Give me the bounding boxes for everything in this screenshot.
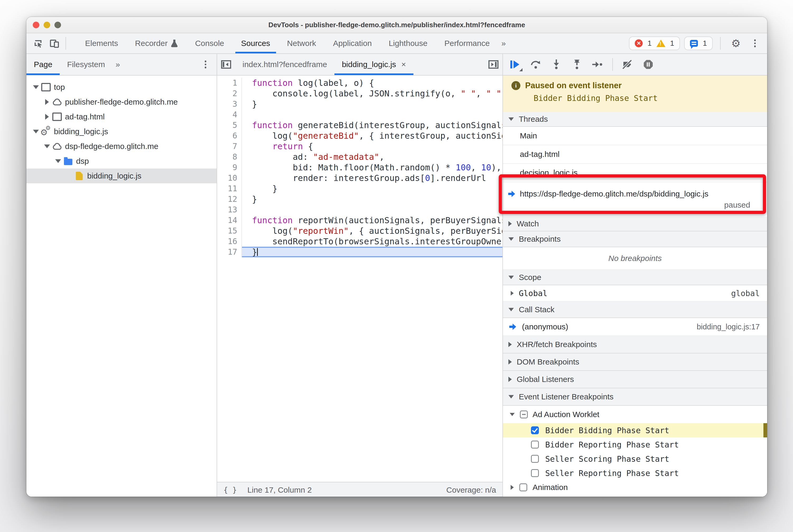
resume-script-button[interactable]: [509, 59, 521, 70]
unchecked-checkbox[interactable]: [531, 469, 539, 477]
tree-item-top[interactable]: top: [26, 80, 216, 95]
section-dom-breakpoints[interactable]: DOM Breakpoints: [503, 354, 767, 371]
toolbar-right: ✕ 1 1 1 ⚙: [629, 35, 762, 51]
unchecked-checkbox[interactable]: [531, 441, 539, 449]
section-threads[interactable]: Threads: [503, 112, 767, 127]
pause-on-exceptions-button[interactable]: [642, 59, 654, 70]
more-panels-chevron-icon[interactable]: »: [498, 39, 509, 48]
tree-item-worklet[interactable]: ⚙⚙ bidding_logic.js: [26, 124, 216, 139]
step-out-button[interactable]: [571, 59, 583, 70]
tree-item-dsp-folder[interactable]: dsp: [26, 154, 216, 169]
call-stack-frame[interactable]: (anonymous) bidding_logic.js:17: [503, 318, 767, 336]
checked-checkbox[interactable]: [531, 426, 539, 434]
minimize-window-button[interactable]: [43, 22, 50, 28]
line-number[interactable]: 3: [217, 99, 237, 109]
tab-sources[interactable]: Sources: [233, 33, 279, 53]
tab-filesystem[interactable]: Filesystem: [60, 54, 112, 75]
tab-recorder[interactable]: Recorder: [127, 33, 187, 53]
line-number[interactable]: 10: [217, 173, 237, 183]
thread-item-active[interactable]: https://dsp-fledge-demo.glitch.me/dsp/bi…: [503, 182, 767, 216]
unchecked-checkbox[interactable]: [519, 483, 527, 491]
tab-page[interactable]: Page: [26, 54, 60, 75]
line-number[interactable]: 5: [217, 120, 237, 131]
expand-arrow-icon[interactable]: [32, 85, 40, 89]
thread-item[interactable]: decision_logic.js: [503, 164, 767, 182]
zoom-window-button[interactable]: [54, 22, 61, 28]
section-global-listeners[interactable]: Global Listeners: [503, 371, 767, 388]
thread-item[interactable]: ad-tag.html: [503, 145, 767, 164]
unchecked-checkbox[interactable]: [531, 455, 539, 463]
deactivate-breakpoints-button[interactable]: [622, 59, 634, 70]
thread-item[interactable]: Main: [503, 127, 767, 145]
navigator-menu-icon[interactable]: [199, 60, 212, 68]
expand-arrow-icon[interactable]: [43, 99, 51, 105]
pretty-print-button[interactable]: { }: [224, 486, 237, 494]
section-scope[interactable]: Scope: [503, 270, 767, 285]
indeterminate-checkbox[interactable]: [520, 411, 528, 418]
device-toolbar-icon[interactable]: [46, 35, 62, 51]
tree-item-publisher-origin[interactable]: publisher-fledge-demo.glitch.me: [26, 95, 216, 109]
elb-category[interactable]: Animation: [503, 480, 767, 494]
line-number[interactable]: 12: [217, 194, 237, 205]
line-number[interactable]: 14: [217, 215, 237, 226]
line-number[interactable]: 16: [217, 236, 237, 247]
elb-item[interactable]: Seller Reporting Phase Start: [503, 466, 767, 480]
customize-menu-icon[interactable]: [748, 39, 762, 47]
hide-navigator-icon[interactable]: [217, 54, 235, 75]
expand-arrow-icon[interactable]: [43, 114, 51, 120]
tab-console[interactable]: Console: [187, 33, 232, 53]
elb-item[interactable]: Seller Scoring Phase Start: [503, 452, 767, 466]
tree-item-bidding-logic-file[interactable]: bidding_logic.js: [26, 169, 216, 183]
section-call-stack[interactable]: Call Stack: [503, 302, 767, 318]
line-number[interactable]: 9: [217, 162, 237, 173]
line-number[interactable]: 8: [217, 152, 237, 162]
section-event-listener-breakpoints[interactable]: Event Listener Breakpoints: [503, 388, 767, 406]
elb-group-ad-auction-worklet[interactable]: Ad Auction Worklet: [503, 406, 767, 423]
section-watch[interactable]: Watch: [503, 216, 767, 231]
tree-item-dsp-origin[interactable]: dsp-fledge-demo.glitch.me: [26, 139, 216, 154]
step-over-button[interactable]: [530, 59, 542, 70]
section-breakpoints[interactable]: Breakpoints: [503, 231, 767, 247]
elb-category[interactable]: Canvas: [503, 494, 767, 497]
line-number[interactable]: 15: [217, 226, 237, 236]
line-number[interactable]: 2: [217, 88, 237, 99]
elb-item[interactable]: Bidder Bidding Phase Start: [503, 423, 767, 437]
code-text: render: interestGroup.ads[0].renderUrl: [252, 173, 503, 183]
step-into-button[interactable]: [550, 59, 562, 70]
line-number[interactable]: 13: [217, 205, 237, 215]
tab-performance[interactable]: Performance: [436, 33, 498, 53]
line-number[interactable]: 17: [217, 247, 237, 257]
line-number[interactable]: 11: [217, 183, 237, 194]
line-number[interactable]: 4: [217, 109, 237, 120]
line-number[interactable]: 1: [217, 78, 237, 88]
more-navigator-tabs-icon[interactable]: »: [112, 60, 123, 69]
step-button[interactable]: [592, 59, 603, 70]
editor-tab-strip: index.html?fencedframe bidding_logic.js …: [217, 54, 503, 76]
inspect-element-icon[interactable]: [31, 35, 46, 51]
scope-item-global[interactable]: Global global: [503, 285, 767, 302]
code-line: 17}: [217, 247, 503, 257]
line-number[interactable]: 7: [217, 141, 237, 152]
settings-gear-icon[interactable]: ⚙: [728, 35, 744, 51]
issues-badge[interactable]: 1: [684, 36, 713, 50]
close-window-button[interactable]: [33, 22, 39, 28]
tab-elements[interactable]: Elements: [77, 33, 127, 53]
expand-arrow-icon[interactable]: [43, 145, 51, 148]
editor-tab-bidding-logic[interactable]: bidding_logic.js ×: [335, 54, 413, 75]
elb-item[interactable]: Bidder Reporting Phase Start: [503, 437, 767, 452]
editor-tab-index-html[interactable]: index.html?fencedframe: [235, 54, 335, 75]
close-tab-icon[interactable]: ×: [401, 60, 406, 69]
errors-warnings-badge[interactable]: ✕ 1 1: [629, 36, 680, 50]
code-line: 10 render: interestGroup.ads[0].renderUr…: [217, 173, 503, 183]
section-xhr-breakpoints[interactable]: XHR/fetch Breakpoints: [503, 336, 767, 354]
next-editor-tab-icon[interactable]: [485, 54, 503, 75]
debugger-toolbar-divider: [612, 58, 613, 71]
tab-lighthouse[interactable]: Lighthouse: [380, 33, 436, 53]
expand-arrow-icon[interactable]: [32, 130, 40, 133]
line-number[interactable]: 6: [217, 131, 237, 141]
code-editor[interactable]: 1function log(label, o) {2 console.log(l…: [217, 76, 503, 482]
tab-network[interactable]: Network: [279, 33, 325, 53]
tree-item-ad-tag[interactable]: ad-tag.html: [26, 109, 216, 124]
expand-arrow-icon[interactable]: [54, 159, 62, 163]
tab-application[interactable]: Application: [325, 33, 380, 53]
